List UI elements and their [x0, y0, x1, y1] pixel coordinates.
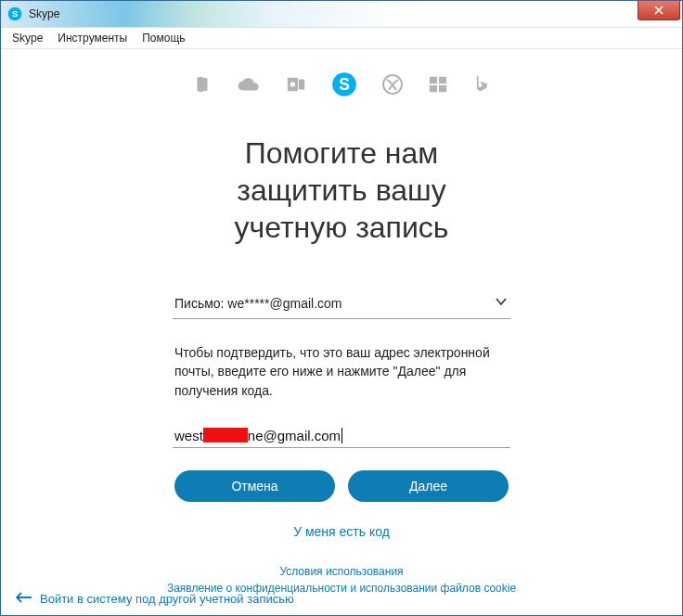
chevron-down-icon [494, 294, 509, 313]
services-icon-row: S [3, 71, 680, 101]
cancel-button[interactable]: Отмена [174, 470, 335, 502]
svg-rect-4 [299, 80, 304, 90]
svg-point-3 [290, 82, 296, 87]
other-account-label: Войти в систему под другой учетной запис… [40, 592, 294, 606]
email-input[interactable]: west ne@gmail.com [173, 426, 510, 448]
email-redacted [203, 428, 248, 443]
office-icon [192, 74, 213, 98]
instruction-text: Чтобы подтвердить, что это ваш адрес эле… [174, 343, 509, 400]
close-button[interactable] [638, 1, 680, 20]
text-caret [342, 428, 342, 443]
page-heading: Помогите нам защитить вашу учетную запис… [3, 135, 680, 246]
xbox-icon [381, 73, 404, 99]
heading-line-1: Помогите нам [3, 135, 680, 172]
svg-rect-8 [430, 77, 437, 83]
heading-line-2: защитить вашу [3, 172, 680, 209]
windows-icon [428, 74, 448, 98]
terms-link[interactable]: Условия использования [3, 565, 680, 578]
window-title: Skype [29, 7, 59, 20]
svg-rect-9 [439, 77, 446, 83]
have-code-link[interactable]: У меня есть код [3, 524, 680, 539]
other-account-link[interactable]: Войти в систему под другой учетной запис… [16, 592, 294, 606]
menu-tools[interactable]: Инструменты [50, 30, 135, 46]
menu-bar: Skype Инструменты Помощь [1, 28, 682, 49]
verification-method-dropdown[interactable]: Письмо: we*****@gmail.com [173, 290, 510, 319]
heading-line-3: учетную запись [3, 209, 680, 246]
button-row: Отмена Далее [174, 470, 509, 502]
svg-text:S: S [339, 75, 350, 94]
onedrive-icon [237, 74, 261, 98]
svg-rect-11 [439, 85, 446, 92]
dropdown-label: Письмо: we*****@gmail.com [174, 296, 342, 311]
svg-rect-10 [430, 85, 437, 92]
next-button[interactable]: Далее [348, 470, 509, 502]
menu-skype[interactable]: Skype [5, 30, 50, 46]
skype-icon: S [6, 6, 23, 22]
outlook-icon [285, 74, 307, 98]
menu-help[interactable]: Помощь [135, 30, 192, 46]
skype-service-icon: S [331, 71, 357, 101]
email-suffix: ne@gmail.com [248, 428, 341, 443]
svg-text:S: S [12, 9, 18, 19]
email-prefix: west [174, 428, 203, 443]
title-bar: S Skype [1, 1, 682, 28]
arrow-left-icon [16, 592, 32, 606]
bing-icon [472, 73, 491, 99]
